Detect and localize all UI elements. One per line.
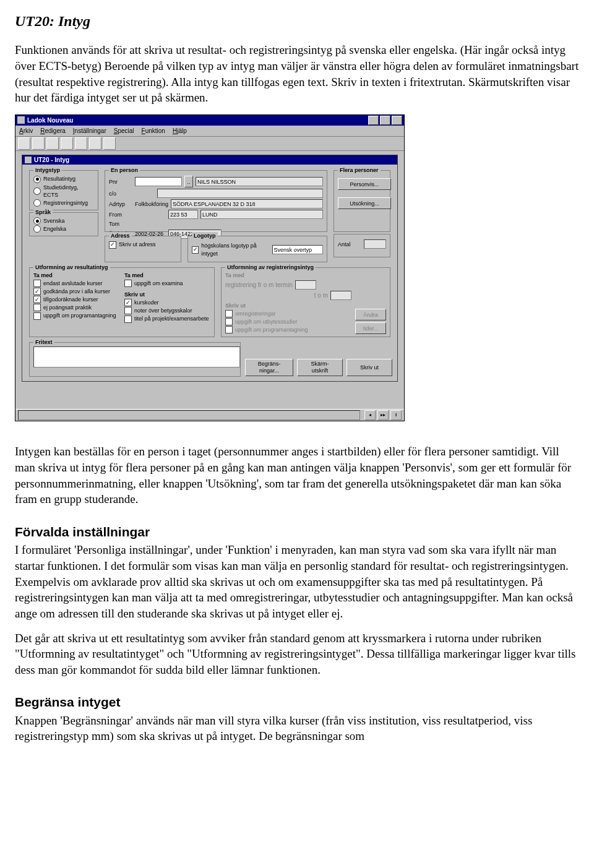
label-tom: Tom — [109, 220, 132, 228]
inner-window-title: UT20 - Intyg — [34, 156, 69, 165]
legend-sprak: Språk — [33, 208, 53, 216]
chk-res-3[interactable]: ej poängsatt praktik — [33, 304, 119, 311]
heading-skriv-ut: Skriv ut — [124, 291, 210, 298]
menubar: Arkiv Redigera Inställningar Special Fun… — [15, 126, 404, 137]
ladok-window: Ladok Nouveau Arkiv Redigera Inställning… — [15, 114, 405, 421]
field-reg-tom — [330, 291, 351, 300]
heading-ta-med-2: Ta med — [124, 272, 210, 279]
chk-res-0[interactable]: endast avslutade kurser — [33, 280, 119, 287]
legend-utf-res: Utformning av resultatintyg — [33, 264, 110, 271]
radio-engelska[interactable]: Engelska — [33, 225, 94, 233]
toolbar-button[interactable] — [75, 137, 87, 150]
toolbar-button[interactable] — [61, 137, 73, 150]
field-co — [157, 189, 323, 198]
toolbar-button[interactable] — [32, 137, 45, 150]
heading-ta-med: Ta med — [33, 272, 119, 279]
group-antal: Antal — [334, 234, 390, 257]
skarmutskrift-button[interactable]: Skärm- utskrift — [297, 359, 343, 376]
heading-forvalda: Förvalda inställningar — [15, 523, 579, 541]
chk-kurskoder[interactable]: kurskoder — [124, 299, 210, 306]
toolbar-button[interactable] — [103, 137, 116, 150]
chk-res-1[interactable]: godkända prov i alla kurser — [33, 288, 119, 295]
chk-titel[interactable]: titel på projekt/examensarbete — [124, 315, 210, 322]
toolbar-button[interactable] — [46, 137, 59, 150]
toolbar-strip — [15, 137, 404, 151]
intro-paragraph: Funktionen används för att skriva ut res… — [15, 42, 579, 106]
menu-funktion[interactable]: Funktion — [142, 127, 165, 135]
field-city: LUND — [200, 210, 323, 219]
label-co: c/o — [109, 190, 132, 197]
legend-intygstyp: Intygstyp — [33, 166, 62, 174]
doc-icon — [25, 157, 32, 163]
pnr-lookup-button[interactable]: .. — [184, 176, 193, 187]
dropdown-logotyp[interactable]: Svensk overtyp — [272, 245, 323, 254]
personvis-button[interactable]: Personvis... — [338, 178, 391, 190]
field-reg-from — [295, 280, 316, 290]
group-utformning-registrering: Utformning av registreringsintyg Ta med … — [221, 267, 390, 338]
menu-special[interactable]: Special — [114, 127, 134, 135]
maximize-icon[interactable] — [380, 116, 390, 125]
toolbar-button[interactable] — [89, 137, 101, 150]
legend-adress: Adress — [109, 232, 132, 239]
chk-prog: uppgift om programantagning — [225, 326, 351, 333]
legend-en-person: En person — [109, 166, 140, 174]
outer-window-title: Ladok Nouveau — [27, 116, 73, 125]
close-icon[interactable] — [392, 116, 402, 125]
skrivut-button[interactable]: Skriv ut — [346, 359, 392, 376]
heading-begransa: Begränsa intyget — [15, 694, 579, 711]
legend-utf-reg: Utformning av registreringsintyg — [225, 264, 316, 271]
label-adrtyp: Adrtyp — [109, 200, 132, 208]
field-name: NILS NILSSON — [196, 177, 323, 186]
chk-omreg: omregistreringar — [225, 310, 351, 317]
label-pnr: Pnr — [109, 178, 132, 186]
field-antal — [364, 239, 386, 249]
input-pnr[interactable] — [135, 177, 182, 186]
radio-ects[interactable]: Studietidintyg, ECTS — [33, 184, 94, 199]
group-fritext: Fritext — [29, 342, 241, 377]
radio-svenska[interactable]: Svenska — [33, 217, 94, 225]
dim-reg-from: registrering fr o m termin — [225, 281, 293, 290]
chk-noter[interactable]: noter över betygsskalor — [124, 307, 210, 314]
tider-button: tider... — [355, 322, 386, 334]
app-icon — [17, 116, 25, 124]
legend-flera-personer: Flera personer — [338, 166, 381, 174]
inner-window: UT20 - Intyg Intygstyp Resultatintyg Stu… — [22, 155, 398, 382]
check-logotyp[interactable]: högskolans logotyp på intyget — [192, 242, 270, 257]
menu-installningar[interactable]: Inställningar — [73, 127, 106, 135]
dim-reg-tom-label: t o m — [314, 291, 328, 300]
page-title: UT20: Intyg — [15, 11, 579, 31]
group-sprak: Språk Svenska Engelska — [29, 212, 98, 236]
chk-res-4[interactable]: uppgift om programantagning — [33, 312, 119, 319]
toolbar-button[interactable] — [18, 137, 30, 150]
group-adress: Adress Skriv ut adress — [105, 236, 181, 262]
chk-res-2[interactable]: tillgodoräknade kurser — [33, 296, 119, 303]
begransningar-button[interactable]: Begräns- ningar... — [245, 359, 293, 376]
paragraph-2: Intygen kan beställas för en person i ta… — [15, 444, 579, 507]
value-adrtyp: Folkbokföring — [135, 200, 168, 208]
heading-reg-skriv-ut: Skriv ut — [225, 302, 351, 309]
radio-registreringsintyg[interactable]: Registreringsintyg — [33, 199, 94, 207]
check-skriv-ut-adress[interactable]: Skriv ut adress — [109, 241, 177, 248]
heading-reg-ta-med: Ta med — [225, 272, 351, 279]
status-next-icon[interactable]: ▸▸ — [377, 410, 389, 420]
statusbar: ◂ ▸▸ I — [15, 409, 404, 421]
status-i[interactable]: I — [390, 410, 402, 420]
group-logotyp: Logotyp högskolans logotyp på intyget Sv… — [187, 236, 327, 262]
label-antal: Antal — [338, 241, 361, 248]
menu-arkiv[interactable]: Arkiv — [19, 127, 33, 135]
menu-hjalp[interactable]: Hjälp — [173, 127, 187, 135]
chk-utbyt: uppgift om utbytesstudier — [225, 318, 351, 325]
status-prev-icon[interactable]: ◂ — [364, 410, 376, 420]
label-from: From — [109, 211, 132, 218]
minimize-icon[interactable] — [368, 116, 379, 125]
radio-resultatintyg[interactable]: Resultatintyg — [33, 175, 94, 183]
fritext-input[interactable] — [33, 346, 240, 367]
utsokning-button[interactable]: Utsökning... — [338, 197, 391, 209]
outer-titlebar: Ladok Nouveau — [15, 115, 404, 126]
menu-redigera[interactable]: Redigera — [40, 127, 66, 135]
chk-examina[interactable]: uppgift om examina — [124, 280, 210, 287]
paragraph-3: I formuläret 'Personliga inställningar',… — [15, 542, 579, 621]
group-utformning-resultat: Utformning av resultatintyg Ta med endas… — [29, 267, 215, 338]
inner-titlebar: UT20 - Intyg — [22, 155, 397, 165]
group-intygstyp: Intygstyp Resultatintyg Studietidintyg, … — [29, 170, 98, 210]
